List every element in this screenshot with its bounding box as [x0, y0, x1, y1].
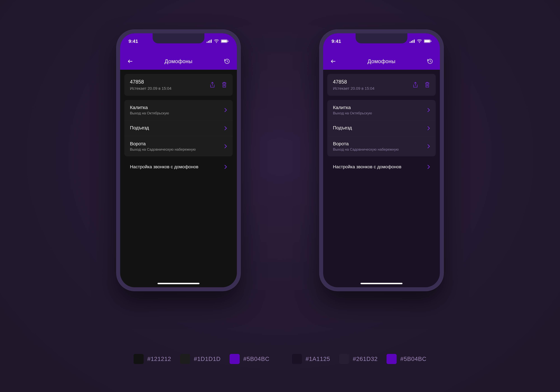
history-button[interactable] [426, 58, 433, 65]
chevron-right-icon [427, 165, 430, 169]
home-indicator[interactable] [158, 283, 200, 284]
svg-rect-12 [414, 40, 415, 43]
door-row-vorota[interactable]: Ворота Выход на Садовническую набережную [124, 136, 233, 156]
swatch-box [230, 354, 240, 364]
intercom-settings-row[interactable]: Настройка звонков с домофонов [327, 161, 436, 173]
swatch-label: #261D32 [353, 356, 378, 362]
delete-button[interactable] [221, 82, 227, 88]
chevron-right-icon [427, 108, 430, 112]
device-notch [356, 33, 407, 43]
door-title: Подъезд [130, 125, 149, 131]
swatch: #261D32 [339, 354, 378, 364]
swatch-label: #121212 [147, 356, 171, 362]
status-time: 9:41 [129, 39, 138, 44]
home-indicator[interactable] [360, 283, 402, 284]
swatch: #5B04BC [387, 354, 426, 364]
chevron-right-icon [427, 144, 430, 149]
delete-button[interactable] [424, 82, 430, 88]
swatch-label: #1D1D1D [194, 356, 220, 362]
page-title: Домофоны [337, 58, 426, 64]
swatch-box [134, 354, 144, 364]
swatch-box [180, 354, 190, 364]
door-row-podezd[interactable]: Подъезд [124, 120, 233, 136]
door-title: Ворота [333, 141, 399, 146]
back-button[interactable] [127, 58, 134, 65]
chevron-right-icon [224, 108, 227, 112]
swatch-box [339, 354, 349, 364]
status-indicators [207, 39, 229, 43]
door-title: Калитка [130, 105, 169, 110]
door-row-podezd[interactable]: Подъезд [327, 120, 436, 136]
svg-point-4 [216, 42, 217, 43]
swatch: #1D1D1D [180, 354, 220, 364]
swatch: #121212 [134, 354, 171, 364]
svg-rect-11 [412, 40, 413, 43]
palette-right: #1A1125 #261D32 #5B04BC [292, 354, 426, 364]
swatch-label: #5B04BC [400, 356, 426, 362]
svg-rect-6 [221, 40, 227, 42]
status-indicators [410, 39, 431, 43]
access-code-card: 47858 Истекает 20.09 в 15:04 [124, 74, 233, 96]
chevron-right-icon [224, 126, 227, 131]
swatch-box [292, 354, 302, 364]
phone-mockup-tinted: 9:41 [319, 30, 444, 291]
signal-icon [207, 40, 212, 43]
chevron-right-icon [224, 165, 227, 169]
swatch-label: #5B04BC [243, 356, 270, 362]
access-code-card: 47858 Истекает 20.09 в 15:04 [327, 74, 436, 96]
svg-rect-10 [411, 41, 412, 43]
battery-icon [424, 39, 431, 43]
svg-rect-2 [210, 40, 210, 43]
door-row-kalitka[interactable]: Калитка Выход на Октябрьскую [124, 100, 233, 120]
door-subtitle: Выход на Октябрьскую [130, 111, 169, 115]
chevron-right-icon [224, 144, 227, 149]
chevron-right-icon [427, 126, 430, 131]
svg-rect-16 [431, 40, 431, 42]
palette-left: #121212 #1D1D1D #5B04BC [134, 354, 270, 364]
signal-icon [410, 40, 415, 43]
swatch-label: #1A1125 [306, 356, 330, 362]
phone-mockup-dark: 9:41 [116, 30, 241, 291]
share-button[interactable] [210, 82, 215, 88]
door-row-vorota[interactable]: Ворота Выход на Садовническую набережную [327, 136, 436, 156]
door-row-kalitka[interactable]: Калитка Выход на Октябрьскую [327, 100, 436, 120]
wifi-icon [417, 39, 422, 43]
door-subtitle: Выход на Октябрьскую [333, 111, 372, 115]
door-list: Калитка Выход на Октябрьскую Подъезд [124, 100, 233, 156]
door-list: Калитка Выход на Октябрьскую Подъезд [327, 100, 436, 156]
swatch: #1A1125 [292, 354, 330, 364]
svg-point-13 [419, 42, 420, 43]
door-subtitle: Выход на Садовническую набережную [333, 147, 399, 152]
history-button[interactable] [223, 58, 230, 65]
settings-label: Настройка звонков с домофонов [333, 164, 401, 169]
palette-legend: #121212 #1D1D1D #5B04BC #1A1125 #261D32 [0, 354, 560, 364]
access-code-expiry: Истекает 20.09 в 15:04 [130, 86, 171, 91]
swatch: #5B04BC [230, 354, 270, 364]
access-code: 47858 [333, 79, 374, 85]
svg-rect-0 [207, 42, 208, 43]
status-time: 9:41 [331, 39, 341, 44]
device-notch [153, 33, 204, 43]
svg-rect-9 [410, 42, 410, 43]
door-title: Калитка [333, 105, 372, 110]
wifi-icon [214, 39, 219, 43]
svg-rect-7 [228, 40, 228, 42]
back-button[interactable] [330, 58, 337, 65]
svg-rect-1 [208, 41, 209, 43]
share-button[interactable] [412, 82, 418, 88]
swatch-box [387, 354, 397, 364]
access-code: 47858 [130, 79, 171, 85]
access-code-expiry: Истекает 20.09 в 15:04 [333, 86, 374, 91]
intercom-settings-row[interactable]: Настройка звонков с домофонов [124, 161, 233, 173]
page-title: Домофоны [134, 58, 223, 64]
svg-rect-3 [211, 40, 212, 43]
settings-label: Настройка звонков с домофонов [130, 164, 198, 169]
battery-icon [221, 39, 229, 43]
svg-rect-15 [424, 40, 430, 42]
door-title: Ворота [130, 141, 196, 146]
door-subtitle: Выход на Садовническую набережную [130, 147, 196, 152]
door-title: Подъезд [333, 125, 352, 131]
